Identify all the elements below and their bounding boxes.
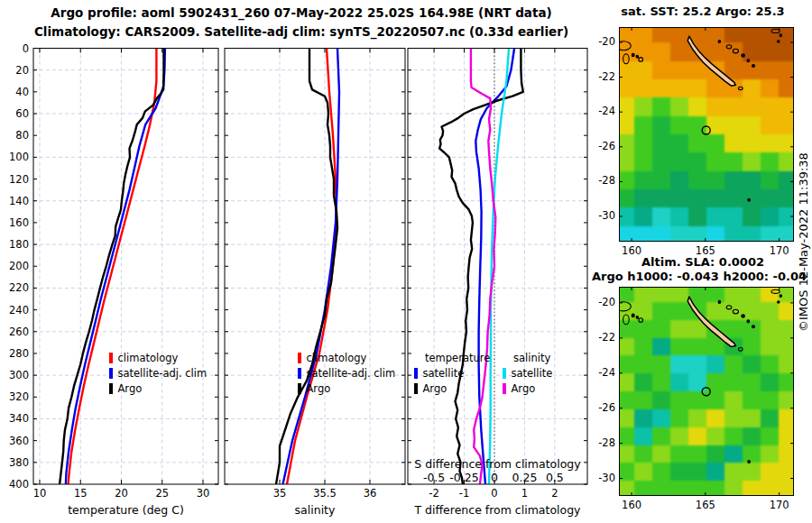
islet-outline <box>623 54 630 64</box>
depth-tick-label: 100 <box>9 151 29 163</box>
x-tick-label: -1 <box>459 487 469 500</box>
islet-outline <box>778 301 780 303</box>
x-tick-label: 36 <box>364 487 377 500</box>
series-satellite-adj-clim <box>283 49 340 485</box>
panel-t-difference-from-climatology: -2-1012T difference from climatologyS di… <box>408 49 587 518</box>
depth-tick-label: 180 <box>9 238 29 251</box>
x-tick-label: 30 <box>197 487 210 500</box>
islet-outline <box>752 326 755 328</box>
islet-outline <box>780 34 781 37</box>
sst-map-title: sat. SST: 25.2 Argo: 25.3 <box>594 5 812 18</box>
argo-float-marker <box>702 388 710 396</box>
depth-tick-label: 200 <box>9 260 29 272</box>
series-argo <box>60 49 163 485</box>
legend-group-header: salinity <box>503 350 552 365</box>
depth-tick-label: 220 <box>9 281 29 294</box>
s-argo-line-swatch <box>503 383 506 394</box>
x-axis-label: T difference from climatology <box>413 503 581 517</box>
legend-label: Argo <box>423 382 448 395</box>
series-s-satellite <box>489 49 509 485</box>
x-tick-label: 15 <box>74 487 88 500</box>
x-tick-label: 2 <box>551 487 558 500</box>
argo-line-swatch <box>109 383 113 394</box>
x-tick-label: 35.5 <box>313 487 337 500</box>
legend-item: Argo <box>298 381 395 396</box>
s-axis-tick-label: -0.5 <box>423 471 445 484</box>
islet-outline <box>742 54 745 57</box>
islet-outline <box>771 289 780 293</box>
map-lat-tick-label: -26 <box>588 401 615 414</box>
x-tick-label: -2 <box>429 487 438 500</box>
depth-tick-label: 0 <box>23 42 29 55</box>
map-lat-tick-label: -22 <box>588 331 615 344</box>
islet-outline <box>752 65 755 68</box>
islet-outline <box>636 55 638 58</box>
islet-outline <box>718 300 721 303</box>
map-lon-tick-label: 170 <box>761 499 798 511</box>
map-lat-tick-label: -26 <box>588 140 615 152</box>
x-axis-label: salinity <box>295 503 336 517</box>
legend-item: Argo <box>414 381 490 396</box>
series-satellite-adj-clim <box>66 49 165 485</box>
series-climatology <box>287 49 337 485</box>
figure-title-line1: Argo profile: aoml 5902431_260 07-May-20… <box>0 5 603 20</box>
legend-item: climatology <box>109 350 207 365</box>
legend-label: Argo <box>307 382 331 395</box>
depth-tick-label: 380 <box>9 456 29 469</box>
map-lon-tick-label: 165 <box>687 499 724 511</box>
series-t-argo <box>439 49 523 485</box>
sla-map-title: Altim. SLA: 0.0002 <box>594 255 812 269</box>
legend-temperature-panel: climatology satellite-adj. clim Argo <box>109 350 207 396</box>
figure-canvas: Argo profile: aoml 5902431_260 07-May-20… <box>0 0 812 523</box>
islet-outline <box>726 45 732 49</box>
legend-item: satellite-adj. clim <box>298 365 395 381</box>
series-s-argo <box>471 49 495 485</box>
t-satellite-line-swatch <box>414 368 418 379</box>
map-lat-tick-label: -22 <box>588 70 615 83</box>
islet-outline <box>623 315 630 325</box>
islet-outline <box>632 314 634 317</box>
islet-outline <box>742 315 745 318</box>
new-caledonia-coastline <box>687 36 735 86</box>
map-lat-tick-label: -20 <box>588 296 615 308</box>
islet-outline <box>639 318 643 323</box>
depth-tick-label: 160 <box>9 216 29 229</box>
satellite-adj-clim-line-swatch <box>109 368 113 379</box>
islet-outline <box>632 53 634 56</box>
sst-map <box>619 27 794 242</box>
s-axis-tick-label: -0.25 <box>449 471 478 484</box>
argo-float-marker <box>702 126 710 134</box>
legend-label: satellite-adj. clim <box>118 367 208 380</box>
argo-line-swatch <box>298 383 301 394</box>
map-lat-tick-label: -28 <box>588 436 615 449</box>
islet-outline <box>733 49 738 53</box>
series-t-satellite <box>475 49 514 485</box>
map-lat-tick-label: -24 <box>588 366 615 379</box>
islet-outline <box>739 87 743 89</box>
map-lon-tick-label: 160 <box>614 499 650 511</box>
depth-tick-label: 40 <box>15 86 29 98</box>
legend-difference-salinity-group: salinity satellite Argo <box>503 350 552 396</box>
map-lon-tick-label: 160 <box>614 244 650 257</box>
islet-outline <box>733 309 738 314</box>
legend-item: Argo <box>109 381 207 396</box>
legend-group-header: temperature <box>414 350 490 365</box>
series-argo <box>276 49 337 485</box>
depth-tick-label: 300 <box>9 369 29 381</box>
t-argo-line-swatch <box>414 383 418 394</box>
legend-item: satellite-adj. clim <box>109 365 207 381</box>
satellite-adj-clim-line-swatch <box>298 368 301 379</box>
map-lon-tick-label: 170 <box>761 244 798 257</box>
s-axis-label: S difference from climatology <box>414 457 581 471</box>
islet-outline <box>726 306 732 309</box>
legend-item: satellite <box>414 365 490 381</box>
s-satellite-line-swatch <box>503 368 506 379</box>
map-lat-tick-label: -30 <box>588 472 615 484</box>
series-climatology <box>69 49 157 485</box>
depth-tick-label: 120 <box>9 173 29 186</box>
depth-tick-label: 320 <box>9 390 29 403</box>
depth-tick-label: 60 <box>15 107 29 120</box>
map-lat-tick-label: -30 <box>588 209 615 222</box>
legend-label: Argo <box>118 382 143 395</box>
map-lon-tick-label: 165 <box>687 244 724 257</box>
